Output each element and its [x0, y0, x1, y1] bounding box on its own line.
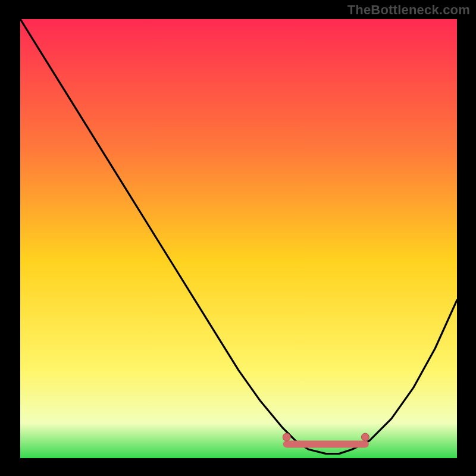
watermark-text: TheBottleneck.com — [347, 2, 470, 18]
range-marker-end — [361, 433, 369, 441]
range-marker-start — [283, 433, 290, 441]
bottleneck-chart — [20, 19, 457, 458]
chart-background — [20, 19, 457, 458]
